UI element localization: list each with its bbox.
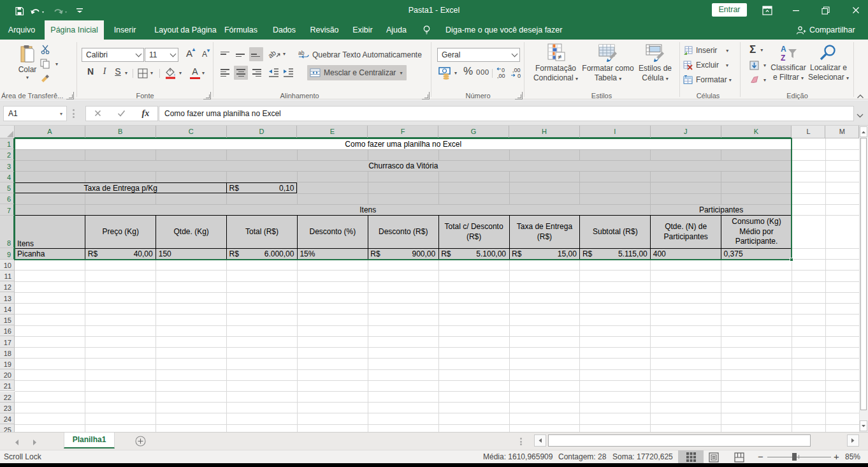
fill-color-icon[interactable] bbox=[164, 67, 177, 82]
tab-ajuda[interactable]: Ajuda bbox=[386, 20, 407, 40]
row-header-2[interactable]: 2 bbox=[0, 149, 15, 160]
row-header-25[interactable]: 25 bbox=[0, 424, 15, 432]
italic-button[interactable]: I bbox=[99, 66, 110, 80]
align-top-icon[interactable] bbox=[219, 47, 233, 61]
currency-format-icon[interactable] bbox=[438, 66, 452, 82]
column-header-B[interactable]: B bbox=[85, 126, 156, 138]
clear-button[interactable]: ▾ bbox=[749, 74, 771, 85]
font-name-combo[interactable]: Calibri bbox=[82, 48, 144, 62]
format-as-table-button[interactable]: Formatar comoTabela ▾ bbox=[582, 42, 633, 91]
borders-icon[interactable] bbox=[138, 68, 148, 81]
conditional-formatting-button[interactable]: ≠ FormataçãoCondicional ▾ bbox=[530, 42, 581, 91]
column-header-H[interactable]: H bbox=[509, 126, 580, 138]
row-header-10[interactable]: 10 bbox=[0, 260, 15, 271]
row-header-14[interactable]: 14 bbox=[0, 304, 15, 315]
format-cells-button[interactable]: Formatar ▾ bbox=[683, 74, 741, 85]
align-right-icon[interactable] bbox=[249, 66, 263, 80]
column-header-J[interactable]: J bbox=[651, 126, 721, 138]
font-color-dropdown[interactable]: ▾ bbox=[202, 70, 205, 76]
enter-icon[interactable] bbox=[117, 108, 126, 119]
column-header-E[interactable]: E bbox=[297, 126, 368, 138]
tabbar-splitter[interactable] bbox=[520, 438, 523, 445]
increase-font-icon[interactable]: A▲ bbox=[182, 48, 196, 62]
font-dialog-launcher[interactable] bbox=[203, 92, 211, 100]
font-size-combo[interactable]: 11 bbox=[145, 48, 178, 62]
currency-dropdown[interactable]: ▾ bbox=[454, 70, 457, 76]
row-header-21[interactable]: 21 bbox=[0, 380, 15, 391]
copy-icon[interactable]: ▾ bbox=[40, 59, 59, 70]
tab-pagina-inicial[interactable]: Página Inicial bbox=[45, 20, 104, 40]
tellme-box[interactable]: Diga-me o que você deseja fazer bbox=[445, 20, 562, 40]
decrease-decimal-icon[interactable]: ,000 bbox=[510, 66, 523, 82]
format-painter-icon[interactable] bbox=[40, 73, 59, 84]
number-dialog-launcher[interactable] bbox=[515, 92, 523, 100]
row-header-9[interactable]: 9 bbox=[0, 248, 15, 259]
tab-revis-o[interactable]: Revisão bbox=[310, 20, 338, 40]
tab-arquivo[interactable]: Arquivo bbox=[8, 20, 35, 40]
zoom-level[interactable]: 85% bbox=[845, 450, 860, 463]
font-color-icon[interactable]: A bbox=[189, 66, 201, 80]
row-header-12[interactable]: 12 bbox=[0, 281, 15, 292]
restore-button[interactable] bbox=[814, 0, 836, 20]
merge-center-button[interactable]: Mesclar e Centralizar ▾ bbox=[307, 65, 407, 80]
selection-fill-handle[interactable] bbox=[790, 258, 793, 262]
column-header-G[interactable]: G bbox=[438, 126, 509, 138]
orientation-icon[interactable]: ab bbox=[268, 48, 282, 61]
tab-inserir[interactable]: Inserir bbox=[114, 20, 136, 40]
ribbon-display-options-icon[interactable] bbox=[756, 0, 778, 20]
row-header-11[interactable]: 11 bbox=[0, 271, 15, 281]
row-header-8[interactable]: 8 bbox=[0, 216, 15, 249]
vscroll-down-arrow[interactable] bbox=[860, 420, 867, 431]
row-header-7[interactable]: 7 bbox=[0, 204, 15, 215]
row-header-1[interactable]: 1 bbox=[0, 138, 15, 149]
underline-dropdown[interactable]: ▾ bbox=[125, 70, 127, 76]
zoom-slider-track[interactable] bbox=[767, 457, 831, 457]
fill-button[interactable]: ▾ bbox=[749, 59, 771, 71]
alignment-dialog-launcher[interactable] bbox=[422, 92, 430, 100]
align-left-icon[interactable] bbox=[219, 66, 233, 80]
hscroll-left-arrow[interactable] bbox=[534, 434, 546, 447]
autosum-button[interactable]: Σ▾ bbox=[749, 43, 771, 56]
sheet-tab-planilha1[interactable]: Planilha1 bbox=[64, 433, 115, 448]
row-header-6[interactable]: 6 bbox=[0, 193, 15, 204]
formula-input[interactable]: Como fazer uma planilha no Excel bbox=[159, 106, 854, 121]
column-header-K[interactable]: K bbox=[721, 126, 792, 138]
insert-function-icon[interactable]: fx bbox=[142, 108, 150, 119]
tab-dados[interactable]: Dados bbox=[273, 20, 296, 40]
new-sheet-button[interactable] bbox=[135, 436, 146, 449]
column-header-I[interactable]: I bbox=[580, 126, 651, 138]
zoom-in-button[interactable]: + bbox=[834, 450, 839, 463]
row-header-3[interactable]: 3 bbox=[0, 160, 15, 171]
row-header-19[interactable]: 19 bbox=[0, 359, 15, 369]
column-header-C[interactable]: C bbox=[156, 126, 227, 138]
increase-indent-icon[interactable] bbox=[282, 68, 294, 80]
hscroll-thumb[interactable] bbox=[548, 434, 811, 447]
row-header-13[interactable]: 13 bbox=[0, 292, 15, 303]
row-header-5[interactable]: 5 bbox=[0, 182, 15, 193]
expand-formula-bar-icon[interactable] bbox=[857, 110, 864, 121]
row-header-15[interactable]: 15 bbox=[0, 315, 15, 325]
bold-button[interactable]: N bbox=[84, 66, 97, 80]
align-center-icon[interactable] bbox=[234, 66, 248, 80]
sign-in-button[interactable]: Entrar bbox=[712, 3, 747, 17]
sort-filter-button[interactable]: A Z Classificare Filtrar ▾ bbox=[770, 42, 807, 91]
page-break-view-button[interactable] bbox=[734, 452, 744, 464]
paste-button[interactable]: Colar ▾ bbox=[15, 42, 40, 91]
cut-icon[interactable] bbox=[40, 45, 59, 56]
hscroll-right-arrow[interactable] bbox=[847, 434, 859, 447]
tab-exibir[interactable]: Exibir bbox=[352, 20, 372, 40]
zoom-slider-thumb[interactable] bbox=[792, 453, 797, 461]
page-layout-view-button[interactable] bbox=[709, 452, 719, 464]
cancel-icon[interactable] bbox=[94, 108, 101, 119]
tab-f-rmulas[interactable]: Fórmulas bbox=[224, 20, 257, 40]
decrease-font-icon[interactable]: A▼ bbox=[198, 50, 212, 64]
normal-view-button[interactable] bbox=[678, 450, 704, 463]
name-box[interactable]: A1 ▾ bbox=[3, 106, 67, 121]
find-select-button[interactable]: Localizar eSelecionar ▾ bbox=[808, 42, 849, 91]
previous-sheet-icon[interactable] bbox=[14, 437, 22, 445]
vscroll-up-arrow[interactable] bbox=[860, 126, 867, 137]
number-format-combo[interactable]: Geral bbox=[437, 48, 520, 62]
collapse-ribbon-icon[interactable] bbox=[857, 91, 865, 100]
row-header-20[interactable]: 20 bbox=[0, 369, 15, 380]
row-header-24[interactable]: 24 bbox=[0, 413, 15, 424]
